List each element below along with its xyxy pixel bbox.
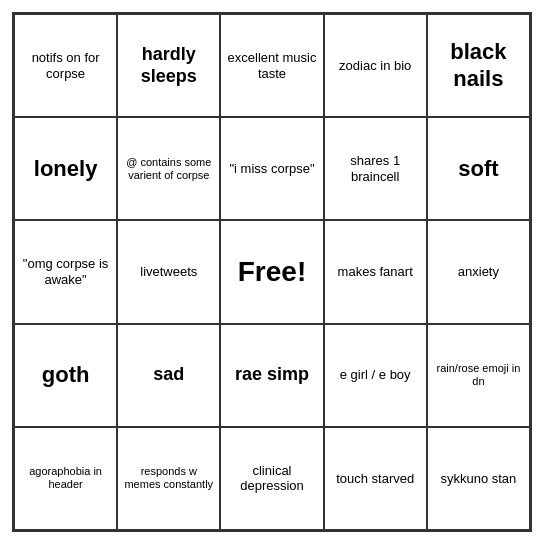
bingo-cell-19: rain/rose emoji in dn — [427, 324, 530, 427]
bingo-cell-5: lonely — [14, 117, 117, 220]
bingo-cell-24: sykkuno stan — [427, 427, 530, 530]
bingo-cell-23: touch starved — [324, 427, 427, 530]
bingo-cell-9: soft — [427, 117, 530, 220]
bingo-cell-10: "omg corpse is awake" — [14, 220, 117, 323]
bingo-board: notifs on for corpsehardly sleepsexcelle… — [12, 12, 532, 532]
bingo-cell-15: goth — [14, 324, 117, 427]
bingo-cell-21: responds w memes constantly — [117, 427, 220, 530]
bingo-cell-8: shares 1 braincell — [324, 117, 427, 220]
bingo-cell-14: anxiety — [427, 220, 530, 323]
bingo-cell-11: livetweets — [117, 220, 220, 323]
bingo-cell-2: excellent music taste — [220, 14, 323, 117]
bingo-cell-1: hardly sleeps — [117, 14, 220, 117]
bingo-cell-7: "i miss corpse" — [220, 117, 323, 220]
bingo-cell-4: black nails — [427, 14, 530, 117]
bingo-cell-3: zodiac in bio — [324, 14, 427, 117]
bingo-cell-20: agoraphobia in header — [14, 427, 117, 530]
bingo-cell-0: notifs on for corpse — [14, 14, 117, 117]
bingo-cell-16: sad — [117, 324, 220, 427]
bingo-cell-6: @ contains some varient of corpse — [117, 117, 220, 220]
bingo-cell-22: clinical depression — [220, 427, 323, 530]
bingo-cell-17: rae simp — [220, 324, 323, 427]
bingo-cell-18: e girl / e boy — [324, 324, 427, 427]
bingo-cell-12: Free! — [220, 220, 323, 323]
bingo-cell-13: makes fanart — [324, 220, 427, 323]
